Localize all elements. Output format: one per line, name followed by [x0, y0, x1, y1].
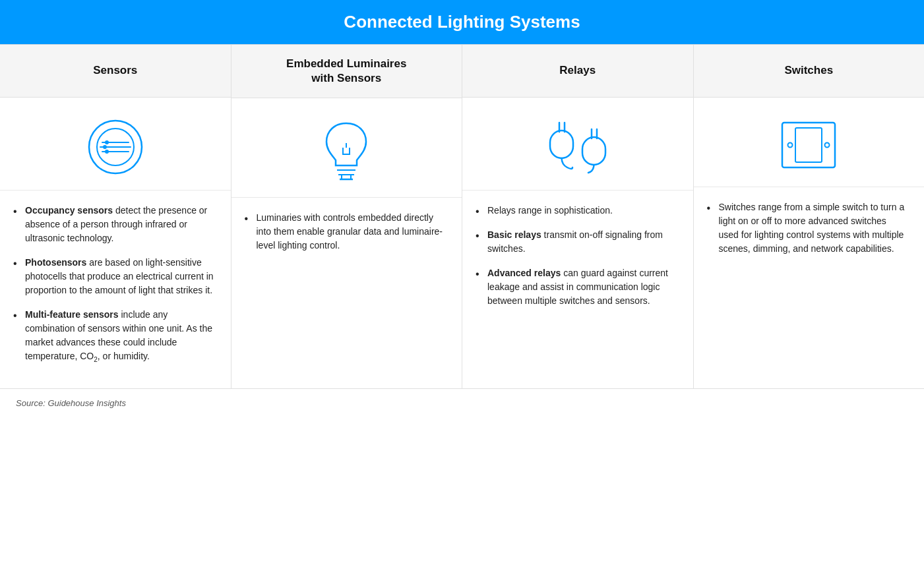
svg-rect-18: [582, 137, 605, 165]
source-text: Source: Guidehouse Insights: [16, 398, 908, 408]
col-title-relays: Relays: [559, 63, 596, 78]
col-title-luminaires: Embedded Luminaireswith Sensors: [286, 57, 406, 86]
content-area-luminaires: Luminaries with controls embedded direct…: [231, 198, 462, 276]
col-header-switches: Switches: [694, 45, 925, 98]
list-item: Switches range from a simple switch to t…: [707, 200, 909, 256]
list-item: Luminaries with controls embedded direct…: [245, 211, 447, 252]
sensor-icon: [86, 117, 145, 177]
icon-area-luminaires: [231, 98, 462, 198]
col-title-sensors: Sensors: [93, 63, 137, 78]
col-header-sensors: Sensors: [0, 45, 231, 98]
column-switches: Switches Switches range from a simple sw…: [694, 45, 925, 388]
list-item: Basic relays transmit on-off signaling f…: [476, 228, 677, 256]
column-luminaires: Embedded Luminaireswith Sensors: [231, 45, 463, 388]
svg-rect-21: [782, 123, 835, 167]
col-header-luminaires: Embedded Luminaireswith Sensors: [231, 45, 462, 98]
content-area-sensors: Occupancy sensors detect the presence or…: [0, 191, 231, 388]
svg-rect-15: [550, 131, 573, 158]
svg-point-6: [103, 145, 107, 149]
col-title-switches: Switches: [784, 63, 833, 78]
list-item: Occupancy sensors detect the presence or…: [13, 204, 215, 245]
list-item: Multi-feature sensors include any combin…: [13, 308, 215, 365]
list-item: Photosensors are based on light-sensitiv…: [13, 256, 215, 297]
content-area-switches: Switches range from a simple switch to t…: [694, 187, 925, 280]
svg-point-24: [825, 143, 830, 148]
svg-rect-22: [795, 128, 822, 162]
content-area-relays: Relays range in sophistication. Basic re…: [462, 191, 693, 332]
bulb-icon: [320, 118, 373, 184]
header: Connected Lighting Systems: [0, 0, 924, 44]
icon-area-sensors: [0, 98, 231, 191]
svg-point-23: [788, 143, 793, 148]
col-header-relays: Relays: [462, 45, 693, 98]
svg-point-5: [105, 140, 109, 144]
column-relays: Relays Relays ran: [462, 45, 694, 388]
icon-area-relays: [462, 98, 693, 191]
columns-wrapper: Sensors Occupancy sensors detect the pre…: [0, 44, 924, 388]
source-bar: Source: Guidehouse Insights: [0, 388, 924, 417]
icon-area-switches: [694, 98, 925, 187]
list-item: Advanced relays can guard against curren…: [476, 266, 677, 308]
relay-icon: [545, 117, 611, 177]
switch-icon: [776, 117, 842, 173]
column-sensors: Sensors Occupancy sensors detect the pre…: [0, 45, 231, 388]
svg-point-7: [105, 150, 109, 154]
list-item: Relays range in sophistication.: [476, 204, 677, 218]
page-title: Connected Lighting Systems: [20, 12, 904, 32]
